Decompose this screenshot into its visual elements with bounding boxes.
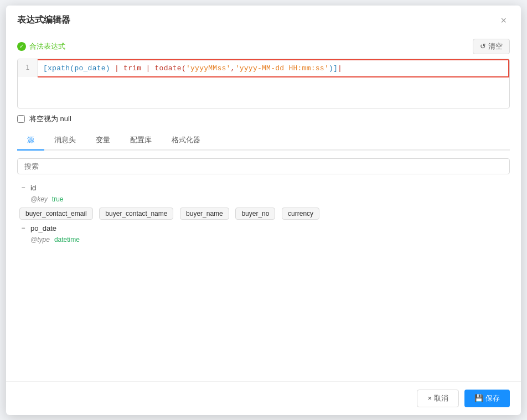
attr-row-type: @type datetime <box>30 234 505 245</box>
null-check-row: 将空视为 null <box>17 114 510 124</box>
tag-list: buyer_contact_email buyer_contact_name b… <box>17 206 505 221</box>
tree-node-po-date: − po_date @type datetime <box>17 221 505 246</box>
cancel-button[interactable]: × 取消 <box>417 390 459 407</box>
valid-status: ✓ 合法表达式 <box>17 42 65 51</box>
attr-value-type: datetime <box>54 236 80 243</box>
tag-buyer-name[interactable]: buyer_name <box>180 208 229 220</box>
dialog-footer: × 取消 💾 保存 <box>6 381 521 415</box>
close-button[interactable]: × <box>497 14 510 27</box>
tree-node-id-header[interactable]: − id <box>17 182 505 194</box>
tag-currency[interactable]: currency <box>282 208 319 220</box>
tree-container: − id @key true buyer_contact_email buyer… <box>17 181 510 246</box>
dialog-header: 表达式编辑器 × <box>6 6 521 33</box>
cancel-label: 取消 <box>434 393 448 403</box>
attr-key-at-key: @key <box>30 195 48 203</box>
attr-key-at-type: @type <box>30 236 50 243</box>
tree-toggle-id[interactable]: − <box>19 184 27 191</box>
attr-value-key: true <box>52 195 64 203</box>
tab-config-lib[interactable]: 配置库 <box>120 132 162 151</box>
attr-row-key: @key true <box>30 194 505 205</box>
tree-children-po-date: @type datetime <box>30 234 505 245</box>
refresh-icon: ↺ <box>480 42 486 50</box>
code-editor[interactable]: 1 [xpath(po_date) | trim | todate('yyyyM… <box>17 59 510 108</box>
status-bar: ✓ 合法表达式 ↺ 清空 <box>17 39 510 54</box>
tab-variable[interactable]: 变量 <box>86 132 120 151</box>
check-icon: ✓ <box>17 42 26 51</box>
save-icon: 💾 <box>474 394 483 402</box>
tree-node-po-date-header[interactable]: − po_date <box>17 222 505 234</box>
save-label: 保存 <box>485 393 500 403</box>
tag-buyer-contact-email[interactable]: buyer_contact_email <box>19 208 93 220</box>
tree-node-id: − id @key true <box>17 181 505 206</box>
tabs-bar: 源 消息头 变量 配置库 格式化器 <box>17 132 510 151</box>
tag-buyer-no[interactable]: buyer_no <box>235 208 275 220</box>
valid-text: 合法表达式 <box>29 42 65 51</box>
dialog-body: ✓ 合法表达式 ↺ 清空 1 [xpath(po_date) | trim | … <box>6 33 521 381</box>
code-content[interactable]: [xpath(po_date) | trim | todate('yyyyMMs… <box>38 59 509 77</box>
cancel-icon: × <box>427 394 432 402</box>
code-line-1: 1 [xpath(po_date) | trim | todate('yyyyM… <box>18 59 509 77</box>
dialog-title: 表达式编辑器 <box>17 14 70 26</box>
tree-key-id: id <box>30 184 36 192</box>
tree-toggle-po-date[interactable]: − <box>19 224 27 232</box>
clear-button[interactable]: ↺ 清空 <box>473 39 510 54</box>
tab-message-header[interactable]: 消息头 <box>44 132 86 151</box>
null-check-checkbox[interactable] <box>17 115 25 123</box>
save-button[interactable]: 💾 保存 <box>464 390 510 407</box>
tab-formatter[interactable]: 格式化器 <box>162 132 210 151</box>
clear-label: 清空 <box>488 42 503 51</box>
search-input[interactable] <box>17 158 510 174</box>
tree-children-id: @key true <box>30 194 505 205</box>
tree-key-po-date: po_date <box>30 224 56 232</box>
expression-editor-dialog: 表达式编辑器 × ✓ 合法表达式 ↺ 清空 1 [xpath(po_date) … <box>6 6 521 415</box>
null-check-label: 将空视为 null <box>29 114 71 124</box>
tab-source[interactable]: 源 <box>17 132 44 151</box>
line-number: 1 <box>18 59 38 77</box>
tag-buyer-contact-name[interactable]: buyer_contact_name <box>99 208 173 220</box>
